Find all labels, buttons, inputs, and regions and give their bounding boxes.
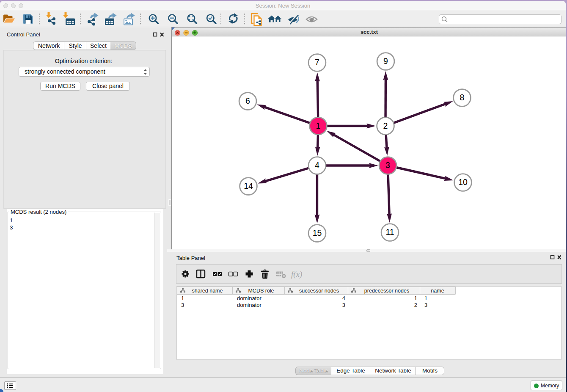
svg-text:1: 1 (181, 295, 184, 301)
svg-text:predecessor nodes: predecessor nodes (364, 288, 409, 294)
svg-text:15: 15 (313, 228, 322, 237)
svg-text:f(x): f(x) (291, 270, 302, 279)
svg-text:8: 8 (460, 93, 465, 102)
svg-text:1: 1 (414, 295, 417, 301)
svg-text:1: 1 (316, 121, 321, 130)
svg-text:dominator: dominator (237, 295, 261, 301)
svg-text:dominator: dominator (237, 302, 261, 308)
svg-text:4: 4 (315, 160, 319, 170)
svg-text:10: 10 (458, 177, 468, 187)
svg-text:name: name (431, 288, 444, 294)
svg-text:2: 2 (383, 121, 388, 130)
svg-text:11: 11 (385, 227, 394, 237)
svg-text:3: 3 (424, 302, 427, 308)
svg-text:6: 6 (245, 96, 250, 105)
svg-text:4: 4 (342, 295, 345, 301)
svg-text:MCDS role: MCDS role (248, 288, 274, 294)
svg-text:7: 7 (315, 58, 319, 67)
svg-text:3: 3 (181, 302, 184, 308)
svg-text:14: 14 (244, 181, 253, 190)
svg-text:2: 2 (414, 302, 417, 308)
svg-text:3: 3 (385, 160, 390, 170)
svg-text:successor nodes: successor nodes (299, 288, 339, 294)
svg-text:9: 9 (383, 56, 388, 66)
svg-text:1: 1 (424, 295, 427, 301)
svg-text:3: 3 (342, 302, 345, 308)
svg-text:shared name: shared name (192, 288, 223, 294)
